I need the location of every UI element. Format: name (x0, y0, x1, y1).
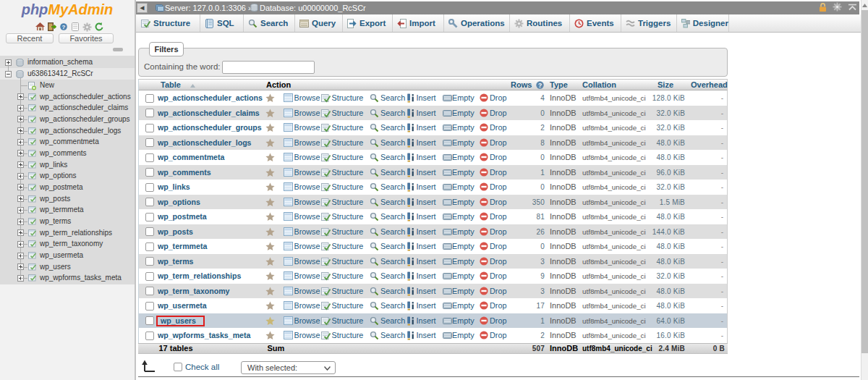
svg-text:?: ? (538, 81, 542, 88)
